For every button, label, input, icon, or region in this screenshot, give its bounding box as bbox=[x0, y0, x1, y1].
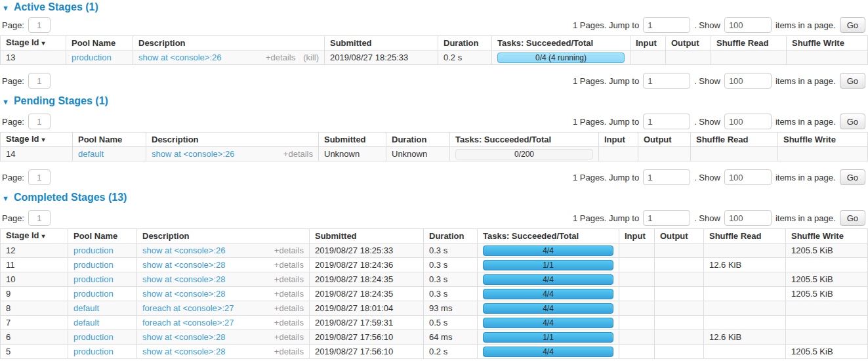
stage-description-link[interactable]: show at <console>:28 bbox=[142, 273, 225, 286]
stages-page: ▼ Active Stages (1) Page: 1 Pages. Jump … bbox=[0, 1, 868, 359]
stage-description-link[interactable]: show at <console>:28 bbox=[142, 331, 225, 344]
pool-name-link[interactable]: production bbox=[73, 245, 114, 255]
pool-name-link[interactable]: default bbox=[78, 149, 104, 159]
stage-description-link[interactable]: foreach at <console>:27 bbox=[142, 302, 234, 315]
page-label: Page: bbox=[2, 76, 24, 86]
jump-to-input[interactable] bbox=[643, 114, 690, 129]
col-header-description[interactable]: Description bbox=[146, 133, 319, 147]
jump-to-input[interactable] bbox=[643, 169, 690, 185]
stage-description-link[interactable]: show at <console>:26 bbox=[142, 244, 225, 257]
page-number-input[interactable] bbox=[28, 114, 51, 129]
pool-name-link[interactable]: production bbox=[73, 274, 114, 284]
pool-name-link[interactable]: production bbox=[73, 332, 114, 342]
shuffle-write-cell bbox=[786, 258, 868, 272]
col-header-stage-id[interactable]: Stage Id▾ bbox=[1, 133, 73, 147]
details-toggle[interactable]: +details bbox=[274, 345, 304, 358]
page-number-input[interactable] bbox=[28, 73, 51, 89]
pool-name-link[interactable]: production bbox=[73, 289, 114, 299]
section-header-active-stages[interactable]: ▼ Active Stages (1) bbox=[0, 1, 868, 13]
stage-description-link[interactable]: show at <console>:26 bbox=[152, 148, 234, 161]
col-header-output[interactable]: Output bbox=[666, 36, 711, 51]
page-number-input[interactable] bbox=[28, 210, 51, 226]
jump-to-input[interactable] bbox=[643, 73, 690, 89]
go-button[interactable]: Go bbox=[840, 17, 865, 33]
section-header-completed-stages[interactable]: ▼ Completed Stages (13) bbox=[0, 192, 868, 203]
pool-name-link[interactable]: default bbox=[73, 318, 99, 328]
duration-cell: 64 ms bbox=[424, 330, 478, 345]
jump-to-input[interactable] bbox=[643, 17, 690, 33]
col-header-stage-id[interactable]: Stage Id▾ bbox=[1, 36, 66, 51]
details-toggle[interactable]: +details bbox=[274, 316, 304, 329]
col-header-duration[interactable]: Duration bbox=[438, 36, 492, 51]
stage-description-link[interactable]: show at <console>:28 bbox=[142, 287, 225, 301]
details-toggle[interactable]: +details bbox=[274, 273, 304, 286]
details-toggle[interactable]: +details bbox=[274, 302, 304, 315]
col-header-shuffle-write[interactable]: Shuffle Write bbox=[787, 36, 868, 51]
jump-to-input[interactable] bbox=[643, 210, 690, 226]
go-button[interactable]: Go bbox=[840, 73, 865, 89]
col-header-shuffle-read[interactable]: Shuffle Read bbox=[711, 36, 787, 51]
col-header-pool-name[interactable]: Pool Name bbox=[73, 133, 146, 147]
shuffle-write-cell: 1205.5 KiB bbox=[786, 244, 868, 258]
page-number-input[interactable] bbox=[28, 169, 51, 185]
active-bottom-pager: Page: 1 Pages. Jump to . Show items in a… bbox=[0, 73, 868, 89]
show-count-input[interactable] bbox=[724, 169, 772, 185]
stage-description-link[interactable]: show at <console>:28 bbox=[142, 345, 225, 358]
col-header-pool-name[interactable]: Pool Name bbox=[68, 229, 137, 244]
go-button[interactable]: Go bbox=[840, 210, 865, 226]
stage-description-link[interactable]: show at <console>:28 bbox=[142, 259, 225, 272]
details-toggle[interactable]: +details bbox=[274, 331, 304, 344]
col-header-input[interactable]: Input bbox=[599, 133, 638, 147]
show-count-input[interactable] bbox=[724, 210, 772, 226]
col-header-submitted[interactable]: Submitted bbox=[319, 133, 386, 147]
page-number-input[interactable] bbox=[28, 17, 51, 33]
details-toggle[interactable]: +details bbox=[274, 259, 304, 272]
col-header-input[interactable]: Input bbox=[630, 36, 666, 51]
col-header-description[interactable]: Description bbox=[137, 229, 310, 244]
submitted-cell: Unknown bbox=[319, 147, 386, 161]
go-button[interactable]: Go bbox=[840, 169, 865, 185]
pool-name-link[interactable]: production bbox=[73, 260, 114, 270]
description-content: foreach at <console>:27+details bbox=[142, 316, 304, 329]
col-header-pool-name[interactable]: Pool Name bbox=[66, 36, 133, 51]
tasks-cell: 0/4 (4 running) bbox=[492, 51, 630, 65]
shuffle-read-cell: 12.6 KiB bbox=[704, 330, 786, 345]
pool-name-link[interactable]: default bbox=[73, 303, 99, 313]
details-toggle[interactable]: +details bbox=[283, 148, 313, 161]
col-header-submitted[interactable]: Submitted bbox=[325, 36, 438, 51]
details-toggle[interactable]: +details bbox=[274, 287, 304, 301]
stage-id-cell: 6 bbox=[1, 330, 68, 345]
submitted-cell: 2019/08/27 18:01:04 bbox=[310, 301, 424, 316]
kill-link[interactable]: (kill) bbox=[303, 51, 319, 64]
stage-description-link[interactable]: foreach at <console>:27 bbox=[142, 316, 234, 329]
col-header-output[interactable]: Output bbox=[655, 229, 704, 244]
go-button[interactable]: Go bbox=[840, 114, 865, 129]
details-toggle[interactable]: +details bbox=[266, 51, 295, 64]
col-header-tasks-succeeded-total[interactable]: Tasks: Succeeded/Total bbox=[478, 229, 619, 244]
col-header-shuffle-write[interactable]: Shuffle Write bbox=[778, 133, 868, 147]
col-header-shuffle-write[interactable]: Shuffle Write bbox=[786, 229, 868, 244]
col-header-shuffle-read[interactable]: Shuffle Read bbox=[691, 133, 778, 147]
pool-name-link[interactable]: production bbox=[72, 53, 112, 62]
col-header-output[interactable]: Output bbox=[638, 133, 691, 147]
col-header-stage-id[interactable]: Stage Id▾ bbox=[1, 229, 68, 244]
col-header-tasks-succeeded-total[interactable]: Tasks: Succeeded/Total bbox=[492, 36, 630, 51]
col-header-description[interactable]: Description bbox=[133, 36, 325, 51]
col-header-input[interactable]: Input bbox=[619, 229, 655, 244]
col-header-duration[interactable]: Duration bbox=[386, 133, 450, 147]
stage-id-cell: 13 bbox=[1, 51, 66, 65]
show-count-input[interactable] bbox=[724, 73, 772, 89]
col-header-shuffle-read[interactable]: Shuffle Read bbox=[704, 229, 786, 244]
col-header-submitted[interactable]: Submitted bbox=[310, 229, 424, 244]
shuffle-read-cell bbox=[704, 345, 786, 359]
show-count-input[interactable] bbox=[724, 17, 772, 33]
stage-description-link[interactable]: show at <console>:26 bbox=[138, 51, 221, 64]
output-cell bbox=[655, 272, 704, 287]
show-count-input[interactable] bbox=[724, 114, 772, 129]
col-header-duration[interactable]: Duration bbox=[424, 229, 478, 244]
section-header-pending-stages[interactable]: ▼ Pending Stages (1) bbox=[0, 95, 868, 107]
details-toggle[interactable]: +details bbox=[274, 244, 304, 257]
col-header-tasks-succeeded-total[interactable]: Tasks: Succeeded/Total bbox=[450, 133, 599, 147]
pagination-row: Page: 1 Pages. Jump to . Show items in a… bbox=[2, 169, 865, 185]
pool-name-link[interactable]: production bbox=[73, 347, 114, 356]
